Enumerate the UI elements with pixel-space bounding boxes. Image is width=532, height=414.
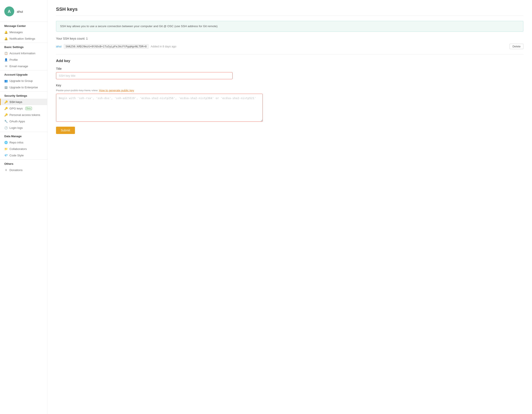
sidebar-item-label: Messages [10,31,23,34]
key-icon: 🔑 [4,100,8,104]
info-box: SSH key allows you to use a secure conne… [56,21,523,32]
sidebar-item-donations[interactable]: ¥ Donations [0,167,47,173]
sidebar-item-personal-access-tokens[interactable]: 🔑 Personal access tokens [0,112,47,118]
key-label: Key [56,84,523,87]
user-profile: A ahui [0,4,47,21]
sidebar-item-label: GPG keys [10,107,23,110]
clock-icon: 🕐 [4,126,8,129]
collaborators-icon: 📁 [4,147,8,151]
sidebar-item-code-style[interactable]: 💎 Code Style [0,152,47,159]
sidebar-item-label: Upgrade to Enterprise [10,86,38,89]
account-upgrade-title: Account Upgrade [0,70,47,77]
sidebar-item-label: Upgrade to Group [10,79,33,83]
oauth-icon: 🔧 [4,120,8,123]
sidebar-item-notification-settings[interactable]: 🔔 Notification Settings [0,35,47,42]
key-date: Added in 8 days ago [151,45,176,48]
bell-outline-icon: 🔔 [4,37,8,40]
gpg-key-icon: 🔑 [4,107,8,110]
avatar[interactable]: A [4,7,14,16]
token-icon: 🔑 [4,113,8,116]
title-input[interactable] [56,72,233,79]
sidebar-item-label: SSH keys [10,100,22,104]
basic-settings-title: Basic Settings [0,43,47,50]
sidebar-item-label: Login logs [10,126,23,129]
bell-icon: 🔔 [4,30,8,34]
key-hash: SHA256:kRDJ9mzG+0thDsB+1Ta3yLpFeJAcFtPgq… [64,44,149,49]
sidebar-item-label: OAuth Apps [10,120,25,123]
add-key-title: Add key [56,59,523,63]
divider [56,54,523,55]
email-icon: ✉ [4,64,8,68]
group-icon: 👥 [4,79,8,83]
sidebar-item-collaborators[interactable]: 📁 Collaborators [0,146,47,152]
sidebar-item-label: Email manage [10,65,28,68]
sidebar-item-label: Account Information [10,52,35,55]
username: ahui [17,10,23,13]
key-owner: ahui [56,45,62,48]
sidebar-item-gpg-keys[interactable]: 🔑 GPG keys Beta [0,105,47,112]
sidebar-item-label: Profile [10,58,18,61]
sidebar-item-messages[interactable]: 🔔 Messages [0,29,47,35]
title-label: Title [56,67,523,70]
profile-icon: 👤 [4,58,8,61]
key-textarea[interactable] [56,94,263,122]
sidebar-item-oauth-apps[interactable]: 🔧 OAuth Apps [0,118,47,125]
title-form-group: Title [56,67,523,79]
enterprise-icon: 🏢 [4,86,8,89]
sidebar: A ahui Message Center 🔔 Messages 🔔 Notif… [0,0,48,414]
account-info-icon: 📋 [4,51,8,55]
submit-button[interactable]: Submit [56,127,75,134]
sidebar-item-label: Code Style [10,154,24,157]
security-settings-title: Security Settings [0,91,47,99]
sidebar-item-label: Personal access tokens [10,113,40,116]
key-form-group: Key Paste your public key here, view How… [56,84,523,122]
key-help-row: Paste your public key here, view How to … [56,89,523,92]
ssh-keys-count: Your SSH keys count: 1 [56,37,523,40]
key-help-link[interactable]: How to generate public key [99,89,134,92]
sidebar-item-label: Notification Settings [10,37,35,40]
page-title: SSH keys [56,7,523,16]
sidebar-item-repo-infos[interactable]: 🌐 Repo infos [0,139,47,146]
key-help-text-strikethrough: Paste your public key here, view [56,89,98,92]
sidebar-item-label: Repo infos [10,141,23,144]
sidebar-item-email-manage[interactable]: ✉ Email manage [0,63,47,69]
others-title: Others [0,159,47,167]
sidebar-item-upgrade-enterprise[interactable]: 🏢 Upgrade to Enterprise [0,84,47,90]
delete-button[interactable]: Delete [510,44,523,49]
main-content: SSH keys SSH key allows you to use a sec… [48,0,532,414]
key-row: ahui SHA256:kRDJ9mzG+0thDsB+1Ta3yLpFeJAc… [56,44,523,49]
donation-icon: ¥ [4,168,8,172]
beta-badge: Beta [25,107,32,110]
message-center-title: Message Center [0,21,47,29]
sidebar-item-upgrade-group[interactable]: 👥 Upgrade to Group [0,77,47,84]
sidebar-item-account-information[interactable]: 📋 Account Information [0,50,47,57]
sidebar-item-label: Donations [10,168,23,172]
sidebar-item-label: Collaborators [10,147,27,151]
sidebar-item-ssh-keys[interactable]: 🔑 SSH keys [0,99,47,105]
sidebar-item-profile[interactable]: 👤 Profile [0,57,47,63]
sidebar-item-login-logs[interactable]: 🕐 Login logs [0,125,47,131]
code-style-icon: 💎 [4,154,8,157]
data-manage-title: Data Manage [0,132,47,139]
repo-icon: 🌐 [4,141,8,144]
